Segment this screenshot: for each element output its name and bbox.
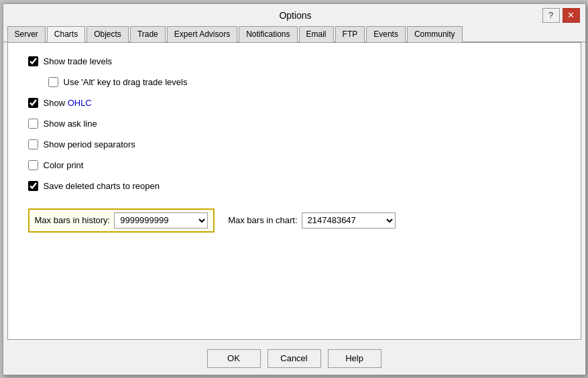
tab-objects[interactable]: Objects [86,26,129,42]
tab-community[interactable]: Community [407,26,463,42]
show-trade-levels-label: Show trade levels [44,56,113,66]
bars-history-select[interactable]: 9999999999 [114,212,208,229]
content-area: Show trade levels Use 'Alt' key to drag … [7,42,581,340]
option-color-print: Color print [28,160,561,170]
title-bar: Options ? ✕ [3,4,585,25]
tab-ftp[interactable]: FTP [335,26,365,42]
bars-history-group: Max bars in history: 9999999999 [28,208,215,233]
help-button[interactable]: ? [542,8,560,23]
tab-notifications[interactable]: Notifications [239,26,297,42]
tab-expert-advisors[interactable]: Expert Advisors [167,26,237,42]
show-ohlc-label: Show OHLC [44,98,92,108]
color-print-label: Color print [44,160,84,170]
save-deleted-charts-checkbox[interactable] [28,181,38,191]
show-period-separators-checkbox[interactable] [28,139,38,149]
bars-row: Max bars in history: 9999999999 Max bars… [28,208,561,233]
title-buttons: ? ✕ [542,8,580,23]
help-footer-button[interactable]: Help [328,349,381,368]
use-alt-key-label: Use 'Alt' key to drag trade levels [64,77,188,87]
option-use-alt-key: Use 'Alt' key to drag trade levels [48,77,561,87]
save-deleted-charts-label: Save deleted charts to reopen [44,181,160,191]
footer: OK Cancel Help [3,344,585,375]
show-period-separators-label: Show period separators [44,139,135,149]
bars-history-label: Max bars in history: [35,215,111,225]
option-show-ohlc: Show OHLC [28,98,561,108]
option-save-deleted-charts: Save deleted charts to reopen [28,181,561,191]
bars-chart-select[interactable]: 2147483647 [302,212,396,229]
bars-chart-group: Max bars in chart: 2147483647 [228,212,395,229]
bars-chart-label: Max bars in chart: [228,215,297,225]
show-ask-line-label: Show ask line [44,119,97,129]
option-show-period-separators: Show period separators [28,139,561,149]
dialog-title: Options [49,10,542,21]
option-show-trade-levels: Show trade levels [28,56,561,66]
tab-events[interactable]: Events [366,26,406,42]
tab-email[interactable]: Email [299,26,334,42]
ohlc-link[interactable]: OHLC [68,98,92,108]
option-show-ask-line: Show ask line [28,119,561,129]
tab-trade[interactable]: Trade [130,26,166,42]
show-trade-levels-checkbox[interactable] [28,56,38,66]
show-ask-line-checkbox[interactable] [28,119,38,129]
use-alt-key-checkbox[interactable] [48,77,58,87]
cancel-button[interactable]: Cancel [268,349,321,368]
options-dialog: Options ? ✕ Server Charts Objects Trade … [3,3,586,375]
tab-charts[interactable]: Charts [47,26,85,42]
tab-server[interactable]: Server [7,26,46,42]
ok-button[interactable]: OK [207,349,261,368]
color-print-checkbox[interactable] [28,160,38,170]
show-ohlc-checkbox[interactable] [28,98,38,108]
tabs-bar: Server Charts Objects Trade Expert Advis… [3,25,585,42]
close-button[interactable]: ✕ [563,8,580,23]
